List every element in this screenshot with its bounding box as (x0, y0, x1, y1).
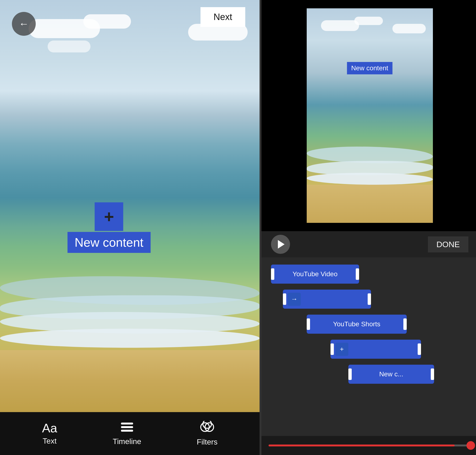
progress-fill (269, 445, 455, 447)
progress-bar-container (262, 436, 476, 455)
play-button[interactable] (271, 235, 290, 254)
track-yt-video-label: YouTube Video (274, 270, 356, 278)
preview-cloud-2 (354, 17, 383, 25)
timeline-label: Timeline (113, 437, 141, 446)
preview-video: New content (307, 8, 433, 223)
track-handle-right-yt-shorts[interactable] (403, 318, 407, 330)
arrow-icon: → (291, 295, 298, 303)
panel-divider (260, 0, 262, 455)
track-youtube-video[interactable]: YouTube Video (271, 265, 359, 284)
preview-cloud-1 (321, 20, 359, 31)
play-icon (278, 240, 285, 249)
filters-icon (200, 421, 214, 435)
wave-4 (0, 329, 260, 348)
track-handle-left-new-content[interactable] (348, 368, 352, 380)
svg-rect-1 (121, 426, 133, 428)
next-button[interactable]: Next (200, 7, 245, 27)
back-button[interactable]: ← (12, 12, 36, 36)
filters-label: Filters (197, 438, 217, 447)
track-plus-icon-box: + (335, 343, 348, 356)
track-handle-right-arrow[interactable] (368, 293, 371, 305)
cloud-4 (48, 41, 90, 52)
back-arrow-icon: ← (19, 19, 29, 29)
new-content-label: New content (67, 232, 151, 253)
text-label: Text (43, 437, 57, 446)
timeline-area: YouTube Video → YouTube Shorts + (262, 257, 476, 436)
svg-point-5 (203, 421, 211, 428)
plus-box[interactable]: + (95, 202, 123, 231)
done-button[interactable]: DONE (428, 236, 468, 252)
track-new-content-label: New c... (352, 370, 431, 378)
preview-cloud-3 (392, 24, 426, 33)
left-panel: ← Next + New content Aa Text Timeline (0, 0, 260, 455)
preview-sand (307, 185, 433, 223)
preview-wave-area (307, 128, 433, 187)
sand (0, 350, 260, 412)
right-panel: New content DONE YouTube Video → (262, 0, 476, 455)
track-new-content[interactable]: New c... (348, 365, 434, 384)
preview-new-content-label: New content (347, 62, 393, 74)
progress-track[interactable] (269, 445, 471, 447)
plus-track-icon: + (340, 345, 344, 353)
controls-bar: DONE (262, 231, 476, 257)
toolbar-filters[interactable]: Filters (197, 421, 217, 447)
right-preview: New content (262, 0, 476, 231)
timeline-icon (120, 421, 134, 435)
svg-rect-2 (121, 430, 133, 432)
track-youtube-shorts[interactable]: YouTube Shorts (307, 315, 407, 334)
track-arrow-icon-box: → (288, 293, 301, 306)
track-handle-left-plus[interactable] (331, 343, 334, 355)
track-handle-right-yt-video[interactable] (356, 268, 359, 280)
track-handle-left-yt-shorts[interactable] (307, 318, 310, 330)
progress-thumb[interactable] (467, 441, 475, 450)
track-handle-left-yt-video[interactable] (271, 268, 274, 280)
cloud-2 (83, 14, 131, 29)
plus-icon: + (104, 208, 114, 225)
track-handle-right-new-content[interactable] (431, 368, 434, 380)
toolbar-timeline[interactable]: Timeline (113, 421, 141, 446)
beach-preview-scene: New content (307, 8, 433, 223)
track-handle-left-arrow[interactable] (283, 293, 286, 305)
wave-area (0, 257, 260, 352)
track-handle-right-plus[interactable] (418, 343, 421, 355)
track-yt-shorts-label: YouTube Shorts (310, 320, 403, 328)
text-icon: Aa (42, 422, 57, 434)
preview-wave-3 (307, 173, 433, 185)
track-arrow[interactable]: → (283, 290, 371, 309)
new-content-container: + New content (67, 202, 151, 253)
toolbar-text[interactable]: Aa Text (42, 422, 57, 446)
svg-rect-0 (121, 422, 133, 424)
bottom-toolbar: Aa Text Timeline (0, 412, 260, 455)
track-plus[interactable]: + (331, 340, 421, 359)
